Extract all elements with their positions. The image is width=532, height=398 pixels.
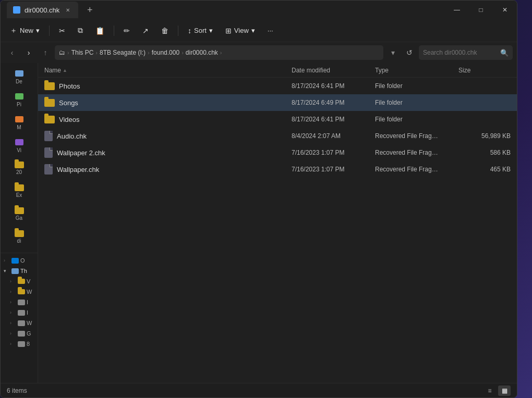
table-row[interactable]: Wallpaper 2.chk 7/16/2023 1:07 PM Recove… xyxy=(38,144,517,161)
sidebar-label: 20 xyxy=(16,169,22,175)
details-view-button[interactable]: ▦ xyxy=(498,385,511,396)
file-type: Recovered File Frag… xyxy=(375,132,458,140)
explorer-window: dir0000.chk ✕ + — □ ✕ ＋ New ▾ ✂ ⧉ 📋 ✏ xyxy=(0,0,517,398)
sidebar-item-folder3[interactable]: Ga xyxy=(1,203,38,226)
file-name: Wallpaper.chk xyxy=(57,166,99,173)
new-tab-button[interactable]: + xyxy=(82,3,97,17)
search-box[interactable]: 🔍 xyxy=(419,45,513,60)
dropdown-button[interactable]: ▾ xyxy=(385,45,400,60)
file-date: 8/17/2024 6:41 PM xyxy=(292,82,375,90)
more-button[interactable]: ··· xyxy=(262,22,279,39)
title-bar: dir0000.chk ✕ + — □ ✕ xyxy=(1,1,517,19)
file-type: File folder xyxy=(375,99,458,106)
chevron-right-icon: › xyxy=(10,310,16,315)
file-date: 7/16/2023 1:07 PM xyxy=(292,149,375,156)
maximize-button[interactable]: □ xyxy=(469,1,493,19)
sidebar-item-music[interactable]: M xyxy=(1,111,38,134)
chk-file-icon xyxy=(44,131,53,141)
breadcrumb-sep-1: › xyxy=(95,49,98,56)
breadcrumb-sep-0: › xyxy=(67,49,69,56)
copy-button[interactable]: ⧉ xyxy=(72,22,88,39)
sidebar-tree-drive1[interactable]: › I xyxy=(1,297,38,307)
sort-label: Sort xyxy=(194,27,207,34)
folder-icon xyxy=(18,289,25,294)
window-controls: — □ ✕ xyxy=(445,1,517,19)
sidebar-tree-drive4[interactable]: › G xyxy=(1,328,38,339)
share-button[interactable]: ↗ xyxy=(137,22,154,39)
paste-button[interactable]: 📋 xyxy=(90,22,110,39)
folder-icon xyxy=(15,207,24,214)
tree-label: O xyxy=(20,257,25,264)
drive-icon xyxy=(18,300,25,305)
view-chevron-icon: ▾ xyxy=(251,27,255,34)
file-type: File folder xyxy=(375,82,458,90)
paste-icon: 📋 xyxy=(95,27,104,35)
sidebar-item-desktop[interactable]: De xyxy=(1,65,38,88)
sidebar: De Pi M Vi 20 xyxy=(1,63,38,383)
sidebar-item-pictures[interactable]: Pi xyxy=(1,88,38,111)
breadcrumb-found[interactable]: found.000 xyxy=(152,49,179,56)
file-name-cell: Videos xyxy=(44,116,292,123)
table-row[interactable]: Audio.chk 8/4/2024 2:07 AM Recovered Fil… xyxy=(38,128,517,144)
view-buttons: ≡ ▦ xyxy=(483,385,511,396)
col-header-size[interactable]: Size xyxy=(458,67,511,74)
sidebar-item-folder2[interactable]: Ex xyxy=(1,180,38,203)
file-name-cell: Wallpaper 2.chk xyxy=(44,147,292,158)
file-list: Photos 8/17/2024 6:41 PM File folder Son… xyxy=(38,78,517,383)
sidebar-tree-drive3[interactable]: › W xyxy=(1,318,38,328)
tree-label: W xyxy=(27,289,32,295)
breadcrumb-drive[interactable]: 8TB Seagate (I:) xyxy=(100,49,146,56)
sidebar-tree-v[interactable]: › V xyxy=(1,276,38,287)
sort-button[interactable]: ↕ Sort ▾ xyxy=(183,22,218,39)
sidebar-item-folder1[interactable]: 20 xyxy=(1,157,38,180)
table-row[interactable]: Photos 8/17/2024 6:41 PM File folder xyxy=(38,78,517,94)
toolbar: ＋ New ▾ ✂ ⧉ 📋 ✏ ↗ 🗑 ↕ Sort ▾ ⊞ xyxy=(1,19,517,42)
cut-icon: ✂ xyxy=(59,27,65,35)
forward-button[interactable]: › xyxy=(21,45,36,60)
sidebar-label: M xyxy=(17,125,21,130)
list-view-button[interactable]: ≡ xyxy=(483,385,496,396)
tree-label: W xyxy=(27,320,32,326)
new-button[interactable]: ＋ New ▾ xyxy=(5,22,45,39)
delete-icon: 🗑 xyxy=(161,27,168,35)
view-icon: ⊞ xyxy=(225,27,232,35)
back-button[interactable]: ‹ xyxy=(5,45,19,60)
col-header-date[interactable]: Date modified xyxy=(292,67,375,74)
sidebar-item-videos[interactable]: Vi xyxy=(1,134,38,157)
chevron-right-icon: › xyxy=(10,300,16,305)
col-header-type[interactable]: Type xyxy=(375,67,458,74)
sidebar-tree-w[interactable]: › W xyxy=(1,287,38,297)
sidebar-item-folder4[interactable]: di xyxy=(1,226,38,248)
minimize-button[interactable]: — xyxy=(445,1,469,19)
title-tab[interactable]: dir0000.chk ✕ xyxy=(7,2,78,18)
view-button[interactable]: ⊞ View ▾ xyxy=(220,22,260,39)
address-bar: ‹ › ↑ 🗂 › This PC › 8TB Seagate (I:) › f… xyxy=(1,42,517,63)
file-date: 8/17/2024 6:41 PM xyxy=(292,116,375,123)
cut-button[interactable]: ✂ xyxy=(54,22,70,39)
breadcrumb-home-icon: 🗂 xyxy=(59,49,65,56)
chevron-right-icon: › xyxy=(10,289,16,294)
tab-close-button[interactable]: ✕ xyxy=(64,6,72,14)
breadcrumb[interactable]: 🗂 › This PC › 8TB Seagate (I:) › found.0… xyxy=(55,45,383,60)
table-row[interactable]: Videos 8/17/2024 6:41 PM File folder xyxy=(38,111,517,128)
file-name: Songs xyxy=(59,99,78,107)
refresh-button[interactable]: ↺ xyxy=(402,45,417,60)
breadcrumb-this-pc[interactable]: This PC xyxy=(71,49,94,56)
search-input[interactable] xyxy=(423,49,497,56)
sidebar-tree-thispc[interactable]: ▾ Th xyxy=(1,266,38,276)
chevron-right-icon: › xyxy=(10,341,16,346)
sidebar-tree-drive2[interactable]: › I xyxy=(1,307,38,318)
file-name-cell: Photos xyxy=(44,82,292,90)
rename-button[interactable]: ✏ xyxy=(118,22,135,39)
drive-icon xyxy=(18,331,25,337)
table-row[interactable]: Wallpaper.chk 7/16/2023 1:07 PM Recovere… xyxy=(38,161,517,178)
sidebar-label: di xyxy=(17,238,21,244)
col-header-name[interactable]: Name ▲ xyxy=(44,67,292,74)
close-button[interactable]: ✕ xyxy=(493,1,517,19)
breadcrumb-dir[interactable]: dir0000.chk xyxy=(186,49,218,56)
sidebar-tree-onedrive[interactable]: › O xyxy=(1,255,38,266)
up-button[interactable]: ↑ xyxy=(38,45,53,60)
sidebar-tree-drive5[interactable]: › 8 xyxy=(1,339,38,349)
table-row[interactable]: Songs 8/17/2024 6:49 PM File folder xyxy=(38,94,517,111)
delete-button[interactable]: 🗑 xyxy=(156,22,174,39)
